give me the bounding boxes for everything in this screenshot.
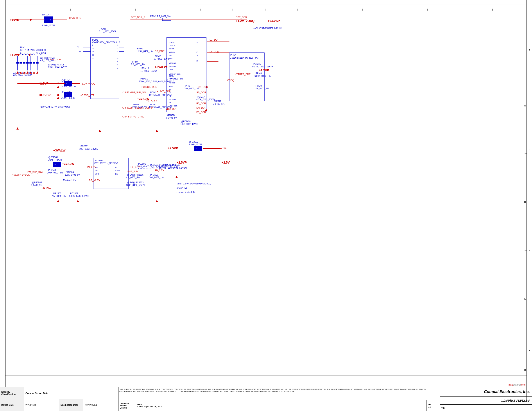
vddq-sig: VDDQ: [227, 79, 234, 82]
pc2503-val: 22U_0603_6.3V6M: [168, 167, 187, 169]
en-25v: EN_2.5V: [42, 187, 52, 189]
ic-ugate: UGATE: [169, 45, 175, 47]
company-name: Compal Electronics, Inc.: [440, 387, 532, 397]
gnd-bot4: [175, 176, 178, 178]
pc2501-ref: PC2501: [81, 145, 89, 147]
pcm15-val: 0.033U_0402_16V7K: [252, 65, 273, 68]
ic-lgate: LGATE: [169, 41, 175, 43]
power-25vp-bot: +2.5VP: [177, 161, 187, 164]
vout-note-1: Vout=0.75*(1+PRM6/PRM9): [39, 105, 70, 108]
pj2501-val: JUMP_43X39: [48, 159, 62, 161]
pcm1-rp8: 8: [117, 67, 118, 69]
pcm16-val: 1U_0402_16V6K: [140, 70, 157, 72]
pcm1-rp4: 4: [117, 54, 118, 56]
vout-note-2b: Imax= 2A: [177, 187, 187, 189]
deciphered-label: Deciphered Date: [59, 399, 83, 411]
pdm1-ref: PDM1: [150, 91, 156, 94]
sn-ddr: SN_DDR: [196, 107, 206, 109]
title-block: Security Classification Compal Secret Da…: [0, 387, 532, 411]
pwrok-ddr: PWROK_DDR: [142, 86, 157, 88]
border-b: B: [524, 201, 526, 204]
lg-ddr: LG_DDR: [209, 39, 219, 41]
ic-vldon: VLDON: [169, 51, 175, 53]
snb-25v: SNB_2.5V: [127, 170, 139, 173]
prm1-ref: PRM1 2.2_0402_5%: [150, 15, 171, 18]
cap-vals2: 22U_0603_6.3V6M: [13, 74, 32, 76]
issued-date-value: 2018/12/1: [24, 399, 59, 411]
pu2501-val: G5719CTB1U_SOT23-6: [94, 162, 118, 165]
prm10-val: 0_0402_5%: [166, 117, 177, 119]
ton-ddr: TON_DDR: [196, 86, 208, 88]
pcm15-ref: PCM15: [253, 63, 261, 65]
pr2505-val: 4.7_0402_5%: [126, 176, 140, 179]
ic-r-lgate: 15: [196, 41, 198, 43]
pcm1-rp1: 1: [117, 44, 118, 46]
06vs-vtt: +0.6VS_VTT: [81, 94, 95, 97]
pcm16-ref: PCM16: [142, 67, 149, 70]
prm7-ref: PRM7: [185, 85, 191, 87]
fs-ddr: FS_DDR: [196, 111, 206, 114]
pcm17-ref: PCM17: [198, 96, 205, 98]
pjm0-val: JUMP_43X39: [61, 97, 75, 99]
pc2504-val: 68P: [159, 167, 163, 169]
power-12v-vddq: +1.2V_VDDQ: [236, 19, 255, 23]
pcm1-p13: 13: [92, 57, 94, 59]
sm-pg-ctrl: <10> SM_PG_CTRL: [122, 115, 144, 118]
plm1-ref: PLM1: [20, 46, 26, 49]
pr2502-val: 0_0402_5%: [31, 184, 42, 186]
pdm1-val: RB751V-40_SOD323-2: [149, 94, 172, 96]
gnd-main-1: [17, 127, 19, 129]
ic-r-17: 17: [196, 51, 198, 53]
pc2502-val: 0.47U_0402_6.3V9K: [69, 195, 89, 197]
ss-ddr: SS_DDR: [196, 91, 206, 94]
pr2502-ref: @PR2502: [32, 181, 42, 184]
bst-ddr-r: BST_DDR_R: [131, 16, 145, 19]
25v-out: +2.5V: [221, 147, 228, 150]
gnd-main-2: [57, 97, 59, 99]
sec-class-label: Security Classification: [0, 387, 24, 399]
pr2504-val: 100K_0402_5%: [65, 174, 80, 176]
pjm2-val: JUMP_43X118: [61, 85, 76, 88]
cs-ddr: CS_DDR: [155, 50, 164, 52]
fb-ddr: FB_DDR: [196, 102, 206, 105]
gnd-arrow-6: [33, 71, 35, 74]
pcm1-rp6: 6: [117, 61, 118, 63]
pcm4-ref: PCM4: [100, 28, 106, 30]
pr2506-val: 32.4K_0402_1%: [149, 166, 165, 169]
prm6-ref: PRM6: [256, 72, 262, 75]
vout-note-2c: current limit=3.5A: [177, 191, 195, 194]
pum1-ref: PUM1: [230, 54, 237, 56]
susp: <39,48,58,78,91,98> SUSP#: [122, 107, 153, 109]
pr2501-val: 200K_0402_5%: [47, 171, 63, 174]
prm11-val: 0_0402_5%: [213, 103, 224, 105]
gnd-main-3: [57, 86, 59, 88]
power-5valw: +5VALW: [155, 65, 167, 69]
ic-vttgnd: VTTGND: [169, 62, 176, 64]
prm8-ref: PRM8: [133, 103, 139, 106]
disclaimer-text: THIS SHEET OF ENGINEERING DRAWING IS THE…: [118, 387, 440, 400]
snb-ddr: SNB_DDR: [49, 58, 61, 61]
doc-num-label: Document Number Custom: [118, 400, 136, 411]
power-25v-r: +2.5V: [222, 161, 230, 164]
pcm2-ref: PCM2: [155, 55, 161, 58]
prm6-val: 6.04K_0402_1%: [255, 75, 271, 77]
pu2501-pg: PG: [95, 169, 98, 172]
pc2505-val: 68P: [163, 167, 167, 169]
fb-25v: FB_2.5V: [155, 169, 164, 172]
gnd-bot3: [156, 200, 158, 202]
ic-vttsns: VTTSNS: [169, 65, 176, 67]
19vb-ddr-sig: +19VB_DDR: [157, 90, 171, 93]
em-pcm14-val: 680P_0402_50V7K: [48, 66, 67, 68]
pr2501-ref: PR2501: [48, 169, 56, 171]
pcm18-ref: @PCM18: [181, 120, 191, 123]
2lx-ddr: 2LX_DDR: [36, 52, 46, 55]
pcm17-val: 470K_0402_50V7K: [196, 98, 215, 101]
bst-ddr: BST_DDR: [236, 16, 247, 19]
pl2501-ref: PL2501: [138, 163, 146, 165]
pcm2-val: 1U_0402_16V8K: [153, 58, 171, 60]
pu2501-gnd: GND: [115, 169, 120, 172]
pj2502-ref: @PJ2502: [189, 141, 199, 143]
pj2502-val: JUMP_43X39: [189, 143, 202, 146]
rev-cell: Rev 0.1: [427, 400, 440, 411]
gnd-arrow-7: [36, 71, 38, 74]
